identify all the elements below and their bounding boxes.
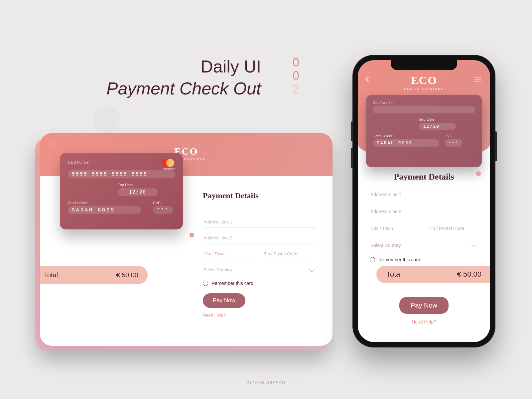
address2-input[interactable]: [203, 233, 316, 243]
card-exp-input[interactable]: 12/20: [419, 123, 456, 130]
payment-form: Payment Details Remember this card. Pay …: [203, 191, 316, 318]
help-link[interactable]: Help: [424, 319, 434, 325]
brand: ECO ONLINE BOUTIQUE: [404, 74, 444, 90]
pay-now-button[interactable]: Pay Now: [399, 297, 449, 314]
card-number-input[interactable]: 5555 5555 5555 5555: [68, 170, 175, 178]
form-title: Payment Details: [203, 191, 316, 200]
hero-number: 0 0 2: [293, 56, 300, 96]
zip-input[interactable]: [428, 223, 478, 234]
city-input[interactable]: [370, 223, 420, 234]
help-link[interactable]: Help: [214, 313, 223, 318]
country-select[interactable]: [370, 240, 478, 251]
hero-title: Daily UI Payment Check Out: [106, 57, 261, 98]
card-cvc-label: CVC: [153, 201, 173, 205]
card-exp-label: Exp Date: [118, 183, 158, 187]
back-icon[interactable]: [366, 77, 371, 82]
card-holder-input[interactable]: SARAH ROSS: [373, 139, 439, 147]
phone-mock: ECO ONLINE BOUTIQUE Card Number Exp Date…: [352, 55, 495, 347]
radio-icon: [370, 257, 375, 262]
question-icon[interactable]: ?: [190, 233, 194, 237]
form-title: Payment Details: [370, 172, 478, 182]
total-label: Total: [44, 271, 58, 279]
card-exp-input[interactable]: 12/20: [118, 188, 158, 196]
remember-card-toggle[interactable]: Remember this card.: [370, 257, 478, 262]
remember-card-toggle[interactable]: Remember this card.: [203, 281, 316, 286]
author-credit: alecea basson: [247, 380, 285, 386]
hero-line2: Payment Check Out: [106, 78, 261, 98]
card-holder-label: Card Holder: [373, 134, 439, 138]
card-holder-input[interactable]: SARAH ROSS: [68, 206, 141, 214]
card-exp-label: Exp Date: [419, 117, 456, 121]
total-value: € 50.00: [116, 271, 138, 279]
card-cvc-label: CVC: [445, 134, 463, 138]
country-select[interactable]: [203, 265, 316, 275]
total-label: Total: [386, 270, 402, 279]
desktop-mock: ECO ONLINE BOUTIQUE mastercard Card Numb…: [40, 133, 332, 346]
card-number-label: Card Number: [68, 160, 175, 164]
city-input[interactable]: [203, 249, 255, 259]
address1-input[interactable]: [370, 189, 478, 200]
phone-notch: [391, 60, 457, 70]
credit-card: mastercard Card Number 5555 5555 5555 55…: [60, 153, 183, 229]
menu-icon[interactable]: [49, 142, 57, 147]
hero-line1: Daily UI: [106, 57, 261, 76]
address2-input[interactable]: [370, 206, 478, 217]
radio-icon: [203, 281, 208, 286]
total-pill: Total € 50.00: [376, 266, 490, 283]
card-number-label: Card Number: [373, 101, 475, 105]
help-text: Need Help?: [370, 319, 478, 325]
address1-input[interactable]: [203, 217, 316, 227]
card-cvc-input[interactable]: ***: [153, 206, 173, 214]
card-holder-label: Card Holder: [68, 201, 141, 205]
pay-now-button[interactable]: Pay Now: [203, 293, 245, 308]
credit-card: Card Number Exp Date 12/20 Card Holder S…: [366, 95, 482, 167]
card-cvc-input[interactable]: ***: [445, 139, 463, 147]
total-pill: Total € 50.00: [40, 266, 148, 284]
zip-input[interactable]: [263, 249, 316, 259]
help-text: Need Help?: [203, 313, 316, 318]
card-number-input[interactable]: [373, 106, 475, 113]
menu-icon[interactable]: [474, 77, 481, 83]
total-value: € 50.00: [457, 270, 481, 279]
